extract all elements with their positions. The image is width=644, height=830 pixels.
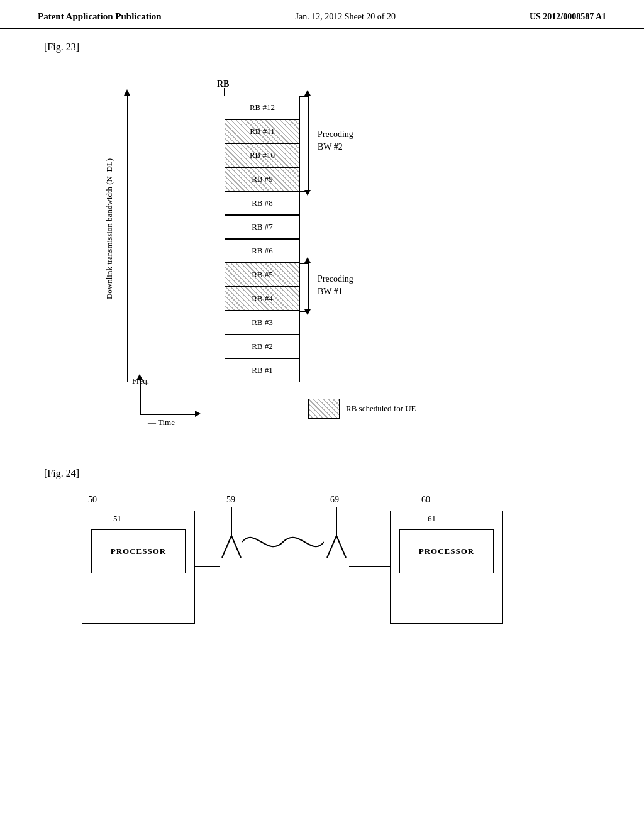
rb10-cell: RB #10 bbox=[225, 143, 300, 167]
box50-label: 50 bbox=[88, 495, 97, 505]
fig24-diagram: 50 51 PROCESSOR 59 69 bbox=[50, 492, 616, 649]
rb4-cell: RB #4 bbox=[225, 287, 300, 311]
rb10-label: RB #10 bbox=[250, 150, 275, 160]
precoding-bw1-label: Precoding BW #1 bbox=[318, 273, 353, 297]
bw2-arrow-up bbox=[304, 90, 311, 96]
legend-text: RB scheduled for UE bbox=[346, 404, 416, 414]
bw1-arrow-down bbox=[304, 309, 311, 315]
time-line bbox=[140, 414, 196, 415]
svg-line-5 bbox=[336, 536, 346, 558]
processor2-label: PROCESSOR bbox=[419, 546, 474, 556]
box51-label: 51 bbox=[113, 514, 121, 524]
conn-line-69-60 bbox=[349, 566, 390, 567]
rb3-label: RB #3 bbox=[252, 318, 273, 328]
channel-line-svg bbox=[242, 520, 324, 564]
svg-line-1 bbox=[222, 536, 231, 558]
rb12-cell: RB #12 bbox=[225, 96, 300, 119]
y-axis-label: Downlink transmission bandwidth (N_DL) bbox=[101, 97, 118, 361]
legend-box bbox=[308, 399, 340, 419]
bw1-arrow-up bbox=[304, 257, 311, 263]
rb1-cell: RB #1 bbox=[225, 358, 300, 382]
rb8-label: RB #8 bbox=[252, 198, 273, 208]
bw1-vert bbox=[308, 263, 309, 311]
rb7-label: RB #7 bbox=[252, 222, 273, 232]
box59-label: 59 bbox=[226, 495, 235, 505]
processor2-box: PROCESSOR bbox=[399, 529, 494, 573]
time-arrow bbox=[195, 411, 201, 417]
legend: RB scheduled for UE bbox=[308, 399, 416, 419]
rb11-label: RB #11 bbox=[250, 126, 275, 136]
y-axis-line bbox=[127, 96, 128, 382]
antenna-59-svg bbox=[219, 507, 244, 564]
rb5-label: RB #5 bbox=[252, 270, 273, 280]
box60-label: 60 bbox=[421, 495, 430, 505]
processor1-label: PROCESSOR bbox=[111, 546, 166, 556]
rb-col-top-tick bbox=[224, 88, 225, 96]
rb5-cell: RB #5 bbox=[225, 263, 300, 287]
freq-line bbox=[140, 380, 141, 414]
svg-line-4 bbox=[327, 536, 336, 558]
conn-line-50-59 bbox=[195, 566, 220, 567]
rb12-label: RB #12 bbox=[250, 102, 275, 113]
fig23-label: [Fig. 23] bbox=[44, 42, 606, 53]
processor1-box: PROCESSOR bbox=[91, 529, 186, 573]
fig23-diagram: Downlink transmission bandwidth (N_DL) R… bbox=[101, 65, 528, 449]
antenna-69-svg bbox=[324, 507, 349, 564]
rb2-cell: RB #2 bbox=[225, 335, 300, 358]
rb7-cell: RB #7 bbox=[225, 215, 300, 239]
rb1-label: RB #1 bbox=[252, 365, 273, 375]
rb9-label: RB #9 bbox=[252, 174, 273, 184]
bw1-top-h bbox=[300, 263, 308, 264]
freq-arrow bbox=[136, 374, 143, 380]
svg-line-2 bbox=[231, 536, 241, 558]
rb8-cell: RB #8 bbox=[225, 191, 300, 215]
page-header: Patent Application Publication Jan. 12, … bbox=[0, 0, 644, 29]
header-left: Patent Application Publication bbox=[38, 11, 162, 22]
rb2-label: RB #2 bbox=[252, 341, 273, 351]
rb3-cell: RB #3 bbox=[225, 311, 300, 335]
header-right: US 2012/0008587 A1 bbox=[530, 12, 606, 22]
rb6-cell: RB #6 bbox=[225, 239, 300, 263]
rb11-cell: RB #11 bbox=[225, 119, 300, 143]
box69-label: 69 bbox=[330, 495, 339, 505]
rb4-label: RB #4 bbox=[252, 294, 273, 304]
rb9-cell: RB #9 bbox=[225, 167, 300, 191]
bw2-top-h bbox=[300, 96, 308, 97]
header-center: Jan. 12, 2012 Sheet 20 of 20 bbox=[296, 12, 396, 22]
box61-label: 61 bbox=[428, 514, 436, 524]
precoding-bw2-label: Precoding BW #2 bbox=[318, 128, 353, 153]
rb-top-label: RB bbox=[217, 79, 229, 89]
bw2-vert bbox=[308, 96, 309, 191]
bw2-arrow-down bbox=[304, 190, 311, 196]
rb6-label: RB #6 bbox=[252, 246, 273, 256]
page-content: [Fig. 23] Downlink transmission bandwidt… bbox=[0, 35, 644, 655]
y-axis-arrow bbox=[124, 89, 130, 96]
fig24-label: [Fig. 24] bbox=[44, 468, 606, 479]
time-label: —Time bbox=[148, 418, 175, 428]
